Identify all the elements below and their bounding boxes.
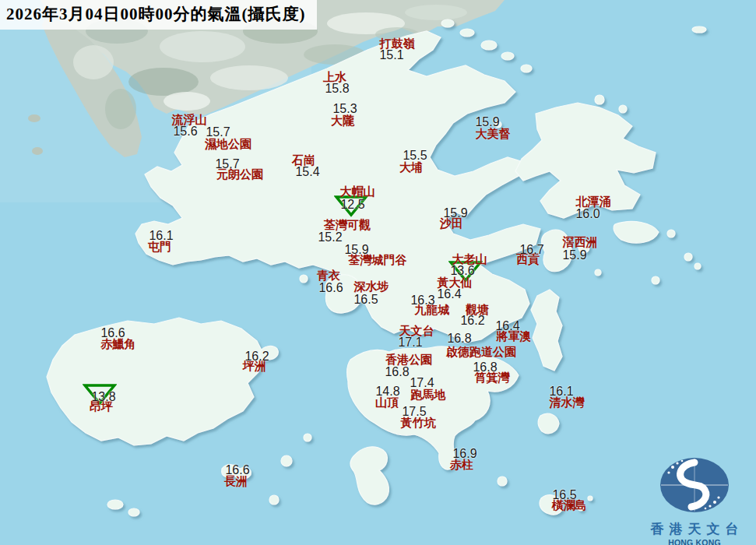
station-temperature: 16.4 [437, 288, 461, 301]
station-temperature: 16.6 [100, 327, 125, 339]
station-temperature: 17.4 [410, 377, 434, 389]
station-temperature: 16.3 [410, 294, 434, 307]
station-name: 黃竹坑 [401, 417, 436, 429]
station-name: 赤柱 [450, 459, 473, 471]
station-name: 清水灣 [550, 397, 585, 409]
station-name: 跑馬地 [411, 389, 446, 401]
temperature-map-screen: 15.1打鼓嶺15.8上水15.3大隴15.6流浮山15.7濕地公園15.7元朗… [0, 0, 756, 545]
station-name: 赤鱲角 [101, 339, 136, 350]
station-temperature: 15.9 [443, 207, 467, 220]
station-name: 啟德跑道公園 [446, 346, 516, 358]
station-temperature: 16.0 [575, 208, 600, 220]
station-temperature: 16.5 [353, 294, 378, 306]
station-temperature: 15.7 [206, 126, 230, 139]
station-temperature: 13.6 [450, 265, 474, 277]
station-temperature: 15.7 [215, 158, 239, 171]
station-name: 深水埗 [354, 281, 389, 293]
station-temperature: 15.6 [173, 125, 197, 138]
hko-logo-icon [657, 455, 732, 515]
station-temperature: 17.5 [402, 406, 426, 418]
station-name: 大美督 [476, 128, 511, 140]
station-temperature: 16.1 [149, 230, 173, 242]
station-temperature: 15.9 [475, 116, 499, 128]
station-name: 長洲 [224, 476, 248, 487]
station-temperature: 15.9 [344, 244, 368, 256]
station-temperature: 15.4 [295, 166, 319, 178]
map-title: 2026年3月04日00時00分的氣溫(攝氏度) [0, 0, 317, 30]
station-temperature: 15.2 [318, 231, 342, 244]
hko-logo-english: HONG KONG OBSERVATORY [643, 538, 746, 545]
station-temperature: 15.1 [379, 49, 403, 62]
station-name: 大隴 [331, 115, 354, 127]
station-temperature: 17.1 [398, 336, 422, 349]
station-name: 大帽山 [340, 186, 375, 198]
station-temperature: 12.5 [340, 199, 364, 211]
station-temperature: 16.6 [225, 464, 249, 476]
station-temperature: 16.5 [552, 489, 576, 501]
station-name: 大埔 [399, 162, 423, 174]
station-temperature: 16.2 [244, 350, 269, 363]
station-temperature: 15.3 [332, 103, 357, 115]
station-temperature: 16.6 [318, 282, 343, 294]
station-name: 濕地公園 [205, 139, 251, 150]
station-temperature: 16.8 [385, 366, 409, 378]
station-name: 香港公園 [385, 354, 432, 366]
station-temperature: 16.2 [460, 315, 484, 327]
station-temperature: 15.9 [562, 249, 586, 262]
station-name: 滘西洲 [563, 237, 598, 248]
station-temperature: 15.5 [403, 149, 427, 162]
station-temperature: 16.1 [549, 385, 573, 398]
station-temperature: 16.4 [495, 320, 519, 332]
station-name: 山頂 [375, 397, 399, 409]
station-name: 屯門 [148, 241, 171, 253]
station-temperature: 16.7 [519, 244, 543, 256]
station-temperature: 16.8 [447, 332, 471, 345]
hko-logo: 香港天文台 HONG KONG OBSERVATORY [643, 455, 746, 545]
station-name: 荃灣可觀 [324, 220, 371, 231]
station-name: 青衣 [317, 270, 340, 282]
station-temperature: 13.8 [91, 391, 115, 403]
station-name: 北潭涌 [576, 196, 611, 208]
station-temperature: 16.8 [473, 361, 497, 374]
hko-logo-chinese: 香港天文台 [643, 520, 746, 538]
station-temperature: 16.9 [452, 448, 476, 460]
station-temperature: 14.8 [375, 385, 399, 398]
station-temperature: 15.8 [325, 83, 349, 95]
